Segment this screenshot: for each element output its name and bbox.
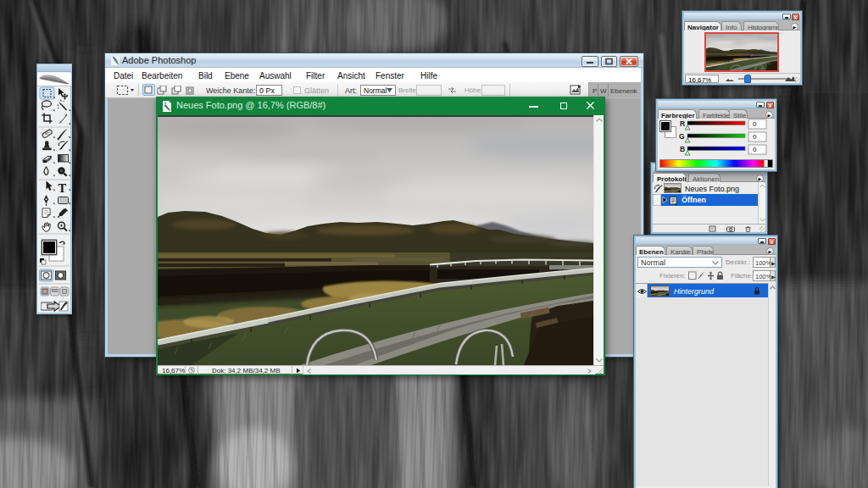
svg-text:T: T — [58, 181, 67, 195]
svg-text:R: R — [680, 119, 685, 128]
svg-text:B: B — [680, 145, 685, 153]
svg-text:G: G — [679, 132, 685, 141]
svg-text:0: 0 — [753, 120, 757, 128]
svg-text:0: 0 — [753, 133, 757, 141]
svg-text:0: 0 — [753, 146, 757, 153]
